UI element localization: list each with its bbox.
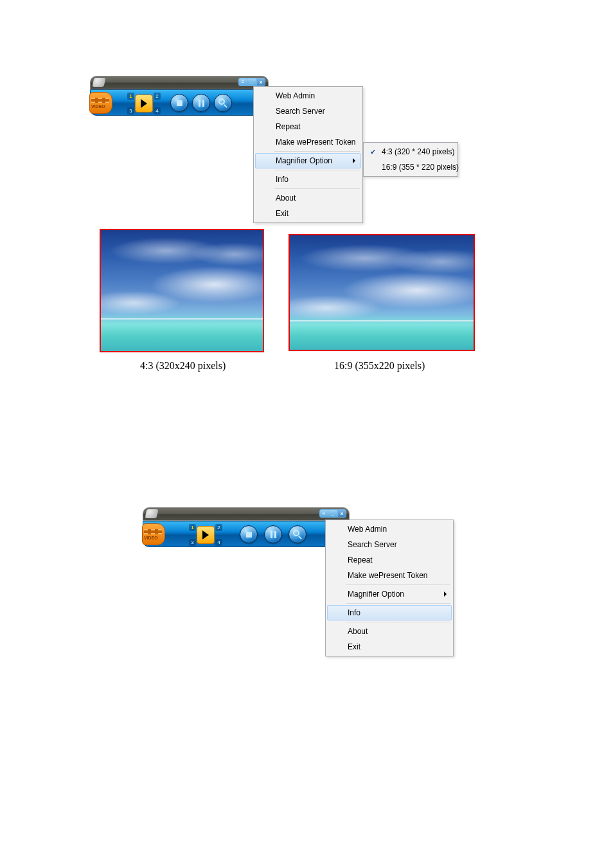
quad-selector[interactable]: 1 2 3 4 [127,93,161,114]
menu-make-token[interactable]: Make wePresent Token [327,568,452,583]
quad-4[interactable]: 4 [154,107,161,114]
close-button[interactable]: x [337,509,346,518]
context-menu-1: Web Admin Search Server Repeat Make wePr… [253,86,363,223]
video-tab[interactable]: VIDEO [89,92,112,114]
menu-search-server[interactable]: Search Server [327,537,452,552]
check-icon: ✔ [370,149,377,155]
pause-button[interactable] [264,525,282,543]
menu-separator [346,584,450,585]
menu-exit[interactable]: Exit [255,206,361,221]
menu-repeat[interactable]: Repeat [327,552,452,568]
film-icon [91,98,109,103]
submenu-43-label: 4:3 (320 * 240 pixels) [382,147,454,156]
film-icon [144,529,162,534]
pause-icon [199,100,204,107]
menu-magnifier-option[interactable]: Magnifier Option [255,153,361,168]
magnifier-button[interactable] [289,525,306,543]
quad-2[interactable]: 2 [154,93,161,100]
submenu-43[interactable]: ✔ 4:3 (320 * 240 pixels) [365,144,456,159]
player-toolbar-1: ≡ _ x VIDEO 1 2 3 4 [90,76,269,116]
magnifier-button[interactable] [214,94,232,112]
menu-web-admin[interactable]: Web Admin [255,88,361,104]
magnifier-icon [293,530,302,539]
menu-about[interactable]: About [255,190,361,206]
play-icon [202,530,209,539]
grip-icon[interactable] [145,509,159,518]
video-tab[interactable]: VIDEO [142,523,165,545]
stop-button[interactable] [170,94,188,112]
magnifier-submenu: ✔ 4:3 (320 * 240 pixels) 16:9 (355 * 220… [363,142,458,177]
video-label: VIDEO [91,104,105,109]
menu-repeat[interactable]: Repeat [255,119,361,134]
menu-magnifier-label: Magnifier Option [276,156,332,165]
preview-43 [100,229,264,352]
submenu-arrow-icon [444,592,447,597]
play-icon [141,99,147,108]
submenu-arrow-icon [353,158,355,163]
toolbar-controls-2: VIDEO 1 2 3 4 [143,521,350,547]
close-button[interactable]: x [256,78,265,86]
menu-button[interactable]: ≡ [238,78,247,86]
quad-1[interactable]: 1 [127,93,134,100]
grip-icon[interactable] [93,78,106,87]
caption-43: 4:3 (320x240 pixels) [140,360,226,372]
sky-image-169 [290,235,474,350]
play-button[interactable] [197,526,215,544]
quad-1[interactable]: 1 [189,524,196,531]
submenu-169[interactable]: 16:9 (355 * 220 pixels) [365,159,456,175]
menu-about[interactable]: About [327,624,452,639]
menu-separator [274,188,360,189]
submenu-169-label: 16:9 (355 * 220 pixels) [382,163,459,172]
menu-exit[interactable]: Exit [327,639,452,655]
menu-web-admin[interactable]: Web Admin [327,521,452,537]
play-button[interactable] [135,95,153,113]
menu-separator [274,151,360,152]
menu-info[interactable]: Info [327,605,452,620]
quad-4[interactable]: 4 [215,539,222,546]
caption-169: 16:9 (355x220 pixels) [334,360,425,372]
menu-separator [346,622,450,622]
quad-selector[interactable]: 1 2 3 4 [188,524,223,546]
preview-169 [289,234,475,351]
stop-icon [177,100,182,106]
quad-3[interactable]: 3 [189,539,196,546]
menu-info[interactable]: Info [255,172,361,187]
sky-image-43 [101,230,263,351]
menu-magnifier-option[interactable]: Magnifier Option [327,586,452,602]
menu-search-server[interactable]: Search Server [255,104,361,119]
player-toolbar-2: ≡ _ x VIDEO 1 2 3 4 [143,507,350,547]
context-menu-2: Web Admin Search Server Repeat Make wePr… [325,520,454,656]
menu-magnifier-label: Magnifier Option [348,590,404,599]
menu-make-token[interactable]: Make wePresent Token [255,134,361,150]
stop-button[interactable] [240,525,258,543]
quad-2[interactable]: 2 [215,524,222,531]
window-controls-2: ≡ _ x [319,509,346,518]
menu-button[interactable]: ≡ [319,509,328,518]
pause-icon [271,531,276,538]
minimize-button[interactable]: _ [247,78,256,86]
pause-button[interactable] [192,94,210,112]
stop-icon [246,532,252,538]
menu-separator [274,170,360,170]
quad-3[interactable]: 3 [127,107,134,114]
toolbar-top-2: ≡ _ x [143,507,350,521]
toolbar-top-1: ≡ _ x [90,76,269,89]
minimize-button[interactable]: _ [328,509,337,518]
menu-separator [346,603,450,604]
video-label: VIDEO [144,536,158,540]
magnifier-icon [218,98,227,107]
window-controls-1: ≡ _ x [238,78,265,86]
toolbar-controls-1: VIDEO 1 2 3 4 [90,89,269,116]
